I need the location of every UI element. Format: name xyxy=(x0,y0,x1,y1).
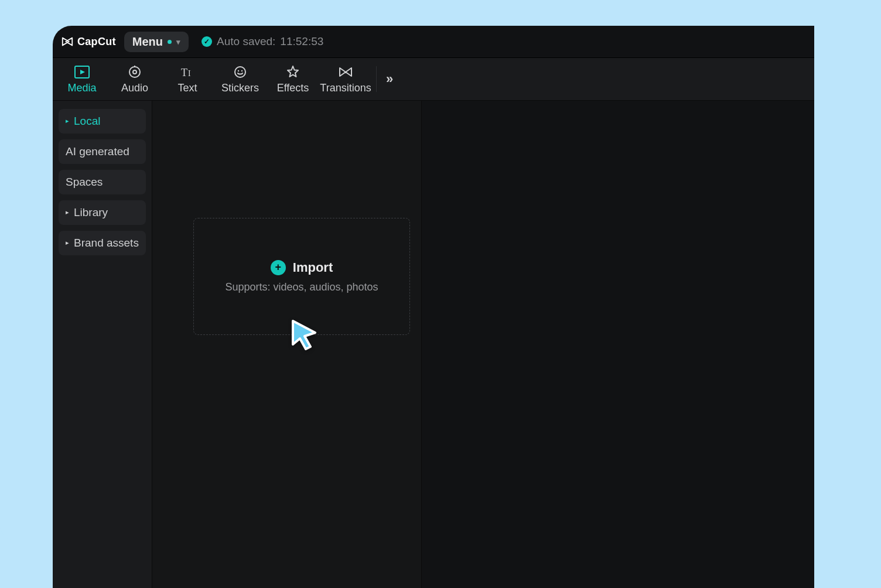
app-logo[interactable]: CapCut xyxy=(61,35,116,48)
tab-label: Transitions xyxy=(320,82,371,94)
svg-text:I: I xyxy=(188,69,191,78)
import-label: Import xyxy=(293,260,333,275)
sidebar-item-label: Library xyxy=(74,206,108,219)
menu-status-dot-icon xyxy=(168,40,172,44)
autosave-label: Auto saved: xyxy=(217,35,275,48)
sidebar-item-ai-generated[interactable]: AI generated xyxy=(59,139,146,164)
menu-label: Menu xyxy=(132,35,163,49)
toolbar-more-button[interactable]: » xyxy=(383,71,397,87)
import-dropzone[interactable]: + Import Supports: videos, audios, photo… xyxy=(193,218,410,335)
svg-point-42 xyxy=(133,70,136,74)
svg-point-48 xyxy=(241,70,243,71)
chevron-double-right-icon: » xyxy=(386,71,393,86)
autosave-time: 11:52:53 xyxy=(280,35,323,48)
svg-point-47 xyxy=(238,70,239,71)
media-sidebar: ▸ Local AI generated Spaces ▸ Library ▸ … xyxy=(53,101,152,588)
autosave-status: ✓ Auto saved: 11:52:53 xyxy=(202,35,323,48)
tab-label: Stickers xyxy=(221,82,259,94)
tab-effects[interactable]: Effects xyxy=(268,61,317,97)
toolbar: Media Audio TI Text Stickers Effects xyxy=(53,57,814,101)
effects-icon xyxy=(285,64,301,80)
media-panel: + Import Supports: videos, audios, photo… xyxy=(152,101,422,588)
svg-text:T: T xyxy=(181,67,187,78)
media-icon xyxy=(74,64,90,80)
caret-right-icon: ▸ xyxy=(66,239,69,247)
sidebar-item-local[interactable]: ▸ Local xyxy=(59,109,146,134)
caret-right-icon: ▸ xyxy=(66,208,69,216)
tab-label: Audio xyxy=(121,82,148,94)
sidebar-item-brand-assets[interactable]: ▸ Brand assets xyxy=(59,231,146,255)
editor-window: CapCut Menu ▾ ✓ Auto saved: 11:52:53 Med… xyxy=(53,26,814,588)
tab-label: Text xyxy=(177,82,197,94)
app-name: CapCut xyxy=(77,36,116,48)
tab-label: Effects xyxy=(277,82,309,94)
sidebar-item-label: AI generated xyxy=(66,145,129,158)
sidebar-item-library[interactable]: ▸ Library xyxy=(59,200,146,225)
tab-text[interactable]: TI Text xyxy=(163,61,212,97)
stickers-icon xyxy=(232,64,248,80)
sidebar-item-spaces[interactable]: Spaces xyxy=(59,170,146,194)
caret-right-icon: ▸ xyxy=(66,117,69,125)
capcut-logo-icon xyxy=(61,35,74,48)
svg-point-41 xyxy=(129,67,140,77)
text-icon: TI xyxy=(179,64,196,80)
sidebar-item-label: Brand assets xyxy=(74,237,139,249)
tab-audio[interactable]: Audio xyxy=(110,61,159,97)
sidebar-item-label: Spaces xyxy=(66,176,103,189)
toolbar-separator xyxy=(376,66,377,92)
transitions-icon xyxy=(337,64,354,80)
plus-icon: + xyxy=(271,260,286,275)
titlebar: CapCut Menu ▾ ✓ Auto saved: 11:52:53 xyxy=(53,26,814,57)
tab-label: Media xyxy=(67,82,96,94)
chevron-down-icon: ▾ xyxy=(176,37,180,46)
menu-button[interactable]: Menu ▾ xyxy=(124,32,189,52)
import-subtext: Supports: videos, audios, photos xyxy=(225,281,378,293)
check-icon: ✓ xyxy=(202,36,212,47)
tab-media[interactable]: Media xyxy=(57,61,107,97)
tab-stickers[interactable]: Stickers xyxy=(216,61,265,97)
audio-icon xyxy=(127,64,143,80)
sidebar-item-label: Local xyxy=(74,115,100,128)
tab-transitions[interactable]: Transitions xyxy=(321,61,370,97)
svg-point-46 xyxy=(235,67,245,77)
